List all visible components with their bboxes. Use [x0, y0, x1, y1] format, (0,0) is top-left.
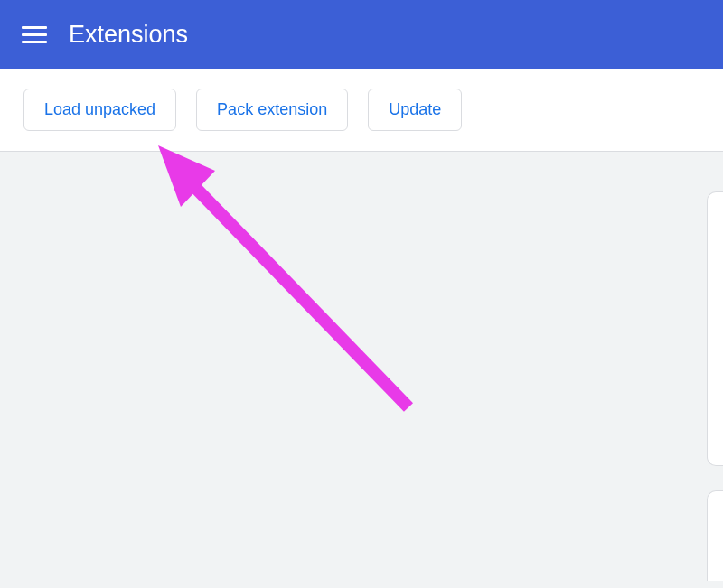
load-unpacked-button[interactable]: Load unpacked [23, 89, 176, 131]
content-area [0, 152, 723, 588]
toolbar: Load unpacked Pack extension Update [0, 69, 723, 152]
page-title: Extensions [69, 21, 188, 49]
extension-card-edge [707, 191, 723, 466]
update-button[interactable]: Update [368, 89, 462, 131]
header-bar: Extensions [0, 0, 723, 69]
extension-card-edge-2 [707, 490, 723, 581]
hamburger-menu-icon[interactable] [22, 22, 47, 47]
pack-extension-button[interactable]: Pack extension [196, 89, 348, 131]
